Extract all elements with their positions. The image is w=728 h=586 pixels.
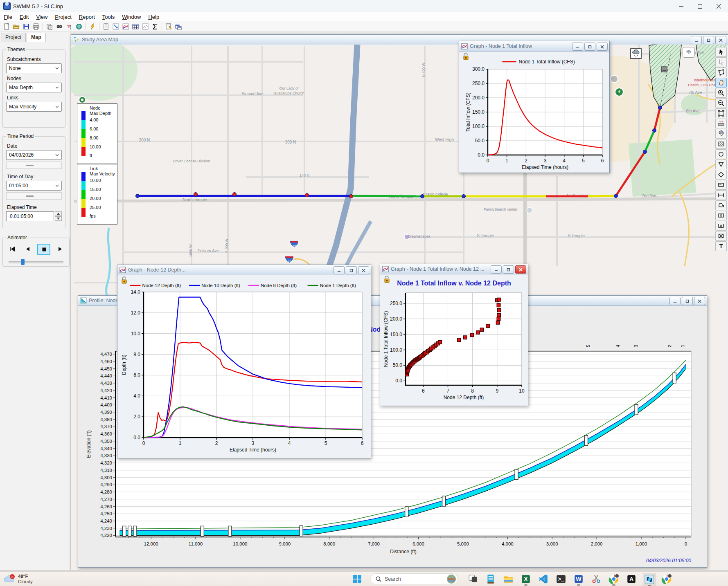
query-button[interactable]: ?{ (64, 22, 74, 31)
network-node[interactable] (305, 193, 309, 197)
network-link[interactable] (588, 196, 616, 196)
taskbar-app-a[interactable]: A (625, 573, 638, 585)
add-pump-tool[interactable] (715, 200, 727, 210)
select-region-tool[interactable] (715, 67, 727, 77)
menu-view[interactable]: View (32, 13, 51, 21)
add-raingage-tool[interactable] (715, 129, 727, 139)
scatter-window-titlebar[interactable]: Graph - Node 1 Total Inflow v. Node 12 .… (380, 264, 528, 274)
zoom-in-tool[interactable] (715, 88, 727, 98)
nodes-select[interactable]: Max Depth (6, 83, 62, 92)
menu-project[interactable]: Project (51, 13, 75, 21)
network-node[interactable] (653, 129, 656, 132)
network-node[interactable] (462, 195, 466, 198)
depth-minimize-button[interactable] (334, 266, 345, 274)
options-button[interactable] (164, 22, 174, 31)
node-depth-legend[interactable]: Node Max Depth4.006.008.0010.00ft (77, 103, 117, 164)
inflow-restore-button[interactable] (584, 43, 595, 51)
lock-icon[interactable] (383, 276, 390, 283)
find-button[interactable] (54, 22, 64, 31)
new-button[interactable] (2, 22, 11, 31)
summary-button[interactable] (150, 22, 160, 31)
start-button[interactable] (351, 573, 363, 585)
depth-restore-button[interactable] (346, 266, 357, 274)
map-window-titlebar[interactable]: Study Area Map (71, 35, 728, 45)
inflow-minimize-button[interactable] (572, 43, 583, 51)
close-button[interactable] (709, 0, 728, 12)
menu-help[interactable]: Help (144, 13, 163, 21)
measure-tool[interactable] (715, 119, 727, 128)
copy-button[interactable] (45, 22, 54, 31)
taskbar-search[interactable]: Search (370, 573, 458, 584)
add-storage-tool[interactable] (715, 180, 727, 190)
zoom-out-tool[interactable] (715, 98, 727, 108)
taskbar-explorer[interactable] (502, 573, 514, 585)
report-button[interactable] (101, 22, 111, 31)
scatter-minimize-button[interactable] (491, 265, 502, 274)
taskbar-vscode[interactable] (537, 573, 550, 585)
map-close-button[interactable] (715, 36, 726, 44)
profile-restore-button[interactable] (682, 297, 693, 305)
minimize-button[interactable] (672, 0, 690, 12)
open-button[interactable] (11, 22, 21, 31)
animator-rewind-button[interactable] (6, 244, 18, 254)
links-select[interactable]: Max Velocity (6, 102, 62, 112)
full-extent-tool[interactable] (715, 108, 727, 118)
tab-map[interactable]: Map (27, 33, 46, 42)
add-subcatchment-tool[interactable] (715, 139, 727, 149)
taskbar-word[interactable]: W (572, 573, 585, 585)
taskbar-swmm[interactable] (643, 573, 656, 586)
statistics-button[interactable] (140, 22, 150, 31)
add-conduit-tool[interactable] (715, 190, 727, 200)
arrange-windows-button[interactable] (174, 22, 183, 31)
add-orifice-tool[interactable] (715, 211, 727, 220)
menu-window[interactable]: Window (118, 13, 144, 21)
menu-tools[interactable]: Tools (99, 13, 118, 21)
select-vertex-tool[interactable] (715, 57, 727, 67)
add-outfall-tool[interactable] (715, 159, 727, 169)
pan-tool[interactable] (715, 78, 727, 88)
time-of-day-select[interactable]: 01:05:00 (6, 181, 62, 191)
profile-minimize-button[interactable] (669, 297, 681, 305)
lock-icon[interactable] (121, 276, 127, 284)
add-weir-tool[interactable] (715, 221, 727, 231)
network-node[interactable] (194, 193, 198, 196)
taskbar-chrome-1[interactable] (608, 573, 620, 585)
time-series-plot-button[interactable] (121, 22, 131, 31)
scatter-close-button[interactable] (515, 265, 526, 274)
animator-step-back-button[interactable] (22, 244, 34, 254)
animator-stop-button[interactable] (37, 244, 50, 255)
network-node[interactable] (614, 194, 618, 198)
date-slider[interactable] (6, 162, 62, 169)
taskbar-weather[interactable]: 3 48°F Cloudy (3, 574, 33, 584)
table-button[interactable] (131, 22, 140, 31)
link-velocity-legend[interactable]: Link Max Velocity10.0015.0020.0025.00fps (77, 164, 117, 225)
network-node[interactable] (136, 194, 140, 198)
time-of-day-slider[interactable] (6, 192, 62, 200)
inflow-window-titlebar[interactable]: Graph - Node 1 Total Inflow (459, 41, 609, 52)
animator-slider[interactable] (6, 258, 66, 265)
elapsed-time-input[interactable]: 0.01:05:00 (6, 211, 54, 221)
add-junction-tool[interactable] (715, 149, 727, 159)
menu-file[interactable]: File (0, 13, 16, 21)
spin-down-icon[interactable] (55, 216, 62, 221)
menu-edit[interactable]: Edit (16, 13, 32, 21)
profile-plot-button[interactable] (111, 22, 121, 31)
add-divider-tool[interactable] (715, 170, 727, 180)
inflow-close-button[interactable] (597, 43, 608, 51)
network-node[interactable] (643, 150, 647, 154)
taskbar-notepad[interactable] (485, 573, 497, 585)
tab-project[interactable]: Project (1, 33, 26, 42)
save-button[interactable] (21, 22, 31, 31)
add-label-tool[interactable]: T (715, 241, 727, 251)
network-node[interactable] (421, 195, 424, 198)
network-node[interactable] (658, 106, 662, 110)
maximize-button[interactable] (690, 0, 709, 12)
subcatchments-select[interactable]: None (6, 63, 62, 73)
map-minimize-button[interactable] (691, 36, 702, 44)
taskbar-chrome-2[interactable] (660, 573, 673, 585)
taskbar-snipping-tool[interactable] (590, 573, 602, 585)
scatter-restore-button[interactable] (503, 265, 514, 274)
run-simulation-button[interactable] (88, 22, 97, 31)
map-overview-button[interactable] (683, 47, 695, 58)
depth-window-titlebar[interactable]: Graph - Node 12 Depth... (117, 265, 371, 275)
